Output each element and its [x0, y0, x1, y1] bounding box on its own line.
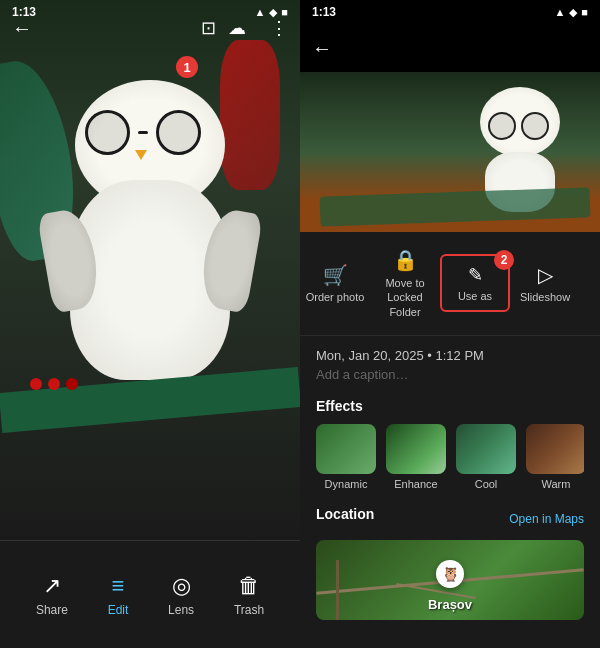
effects-title: Effects [316, 398, 584, 414]
right-signal-icon: ▲ [554, 6, 565, 18]
warm-label: Warm [542, 478, 571, 490]
dynamic-thumb [316, 424, 376, 474]
right-content: Mon, Jan 20, 2025 • 1:12 PM Add a captio… [300, 336, 600, 648]
lock-icon: 🔒 [393, 248, 418, 272]
map-city-label: Brașov [428, 597, 472, 612]
caption-placeholder[interactable]: Add a caption… [316, 367, 584, 382]
order-icon: 🛒 [323, 263, 348, 287]
right-panel: 1:13 ▲ ◆ ■ ← 🛒 Order photo 🔒 Move [300, 0, 600, 648]
left-signal-icon: ▲ [254, 6, 265, 18]
map-thumbnail[interactable]: 🦉 Brașov [316, 540, 584, 620]
lock-label: Move toLockedFolder [385, 276, 424, 319]
right-top-bar: ← [300, 24, 600, 72]
lens-action[interactable]: ◎ Lens [168, 573, 194, 617]
share-icon: ↗ [43, 573, 61, 599]
left-bottom-bar: ↗ Share ≡ Edit ◎ Lens 🗑 Trash [0, 540, 300, 648]
warm-thumb [526, 424, 584, 474]
right-preview-image [300, 72, 600, 232]
left-status-bar: 1:13 ▲ ◆ ■ [0, 0, 300, 24]
order-photo-action[interactable]: 🛒 Order photo [300, 255, 370, 311]
right-status-icons: ▲ ◆ ■ [554, 6, 588, 19]
right-status-bar: 1:13 ▲ ◆ ■ [300, 0, 600, 24]
use-as-icon: ✎ [468, 264, 483, 286]
lens-icon: ◎ [172, 573, 191, 599]
effect-dynamic[interactable]: Dynamic [316, 424, 376, 490]
trash-action[interactable]: 🗑 Trash [234, 573, 264, 617]
edit-action[interactable]: ≡ Edit [108, 573, 129, 617]
right-time: 1:13 [312, 5, 336, 19]
right-battery-icon: ■ [581, 6, 588, 18]
slideshow-label: Slideshow [520, 291, 570, 303]
edit-icon: ≡ [112, 573, 125, 599]
trash-icon: 🗑 [238, 573, 260, 599]
effects-row: Dynamic Enhance Cool Warm [316, 424, 584, 490]
order-label: Order photo [306, 291, 365, 303]
cool-label: Cool [475, 478, 498, 490]
right-wifi-icon: ◆ [569, 6, 577, 19]
notification-badge: 1 [176, 56, 198, 78]
left-battery-icon: ■ [281, 6, 288, 18]
cool-thumb [456, 424, 516, 474]
map-pin: 🦉 [436, 560, 464, 588]
right-back-button[interactable]: ← [312, 37, 332, 60]
use-as-action[interactable]: 2 ✎ Use as [440, 254, 510, 312]
owl-body [60, 60, 240, 410]
effect-enhance[interactable]: Enhance [386, 424, 446, 490]
left-status-icons: ▲ ◆ ■ [254, 6, 288, 19]
actions-bar: 🛒 Order photo 🔒 Move toLockedFolder 2 ✎ … [300, 232, 600, 336]
share-action[interactable]: ↗ Share [36, 573, 68, 617]
owl-left-lens [85, 110, 130, 155]
effect-cool[interactable]: Cool [456, 424, 516, 490]
left-time: 1:13 [12, 5, 36, 19]
photo-date: Mon, Jan 20, 2025 • 1:12 PM [316, 348, 584, 363]
share-label: Share [36, 603, 68, 617]
edit-label: Edit [108, 603, 129, 617]
dynamic-label: Dynamic [325, 478, 368, 490]
lens-label: Lens [168, 603, 194, 617]
trash-label: Trash [234, 603, 264, 617]
slideshow-icon: ▷ [538, 263, 553, 287]
location-title: Location [316, 506, 374, 522]
move-to-locked-action[interactable]: 🔒 Move toLockedFolder [370, 240, 440, 327]
effect-warm[interactable]: Warm [526, 424, 584, 490]
left-wifi-icon: ◆ [269, 6, 277, 19]
owl-right-lens [156, 110, 201, 155]
enhance-thumb [386, 424, 446, 474]
owl-photo [0, 0, 300, 540]
print-action[interactable]: 🖨 Print [580, 256, 600, 311]
slideshow-action[interactable]: ▷ Slideshow [510, 255, 580, 311]
use-as-label: Use as [458, 290, 492, 302]
open-maps-link[interactable]: Open in Maps [509, 512, 584, 526]
enhance-label: Enhance [394, 478, 437, 490]
location-header: Location Open in Maps [316, 506, 584, 532]
left-panel: 1:13 ▲ ◆ ■ ← ⊡ ☁ 1 ⋮ [0, 0, 300, 648]
owl-glasses [85, 110, 201, 155]
